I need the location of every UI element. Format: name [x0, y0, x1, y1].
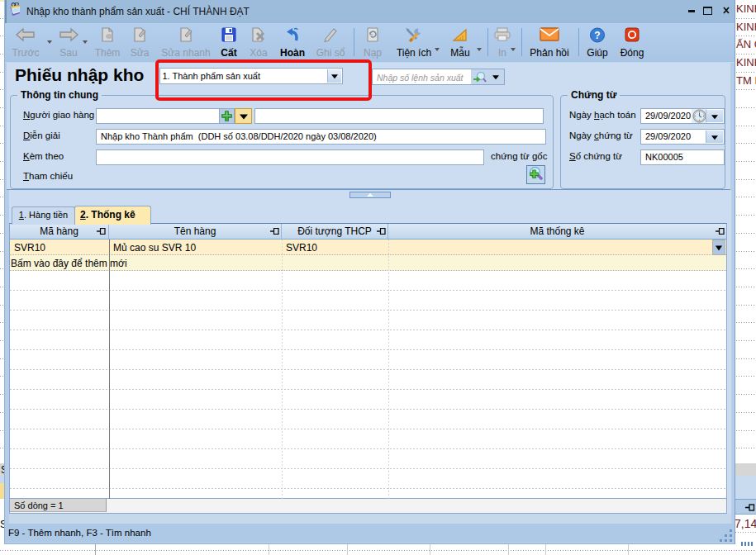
svg-text:?: ?	[594, 30, 600, 41]
